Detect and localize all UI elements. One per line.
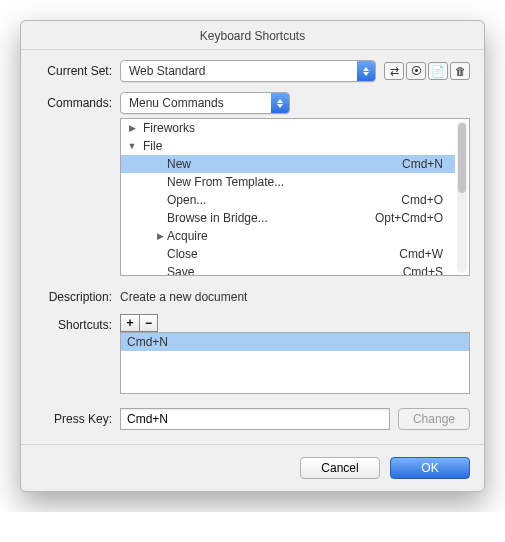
ok-button[interactable]: OK	[390, 457, 470, 479]
disclosure-right-icon[interactable]: ▶	[155, 231, 165, 241]
tree-row[interactable]: NewCmd+N	[121, 155, 455, 173]
current-set-select[interactable]: Web Standard	[120, 60, 376, 82]
cancel-button[interactable]: Cancel	[300, 457, 380, 479]
tree-row[interactable]: New From Template...	[121, 173, 455, 191]
tree-item-name: Save	[167, 265, 403, 276]
tree-item-name: New	[167, 157, 402, 171]
tree-item-shortcut: Cmd+O	[401, 193, 447, 207]
updown-icon	[357, 61, 375, 81]
tree-row[interactable]: ▶Fireworks	[121, 119, 455, 137]
tree-item-name: Acquire	[167, 229, 443, 243]
updown-icon	[271, 93, 289, 113]
shortcut-entry[interactable]: Cmd+N	[121, 333, 469, 351]
shortcuts-list[interactable]: Cmd+N	[120, 332, 470, 394]
dialog-title: Keyboard Shortcuts	[21, 21, 484, 50]
tree-item-shortcut: Cmd+N	[402, 157, 447, 171]
export-button[interactable]: 📄	[428, 62, 448, 80]
rename-set-button[interactable]: ⇄	[384, 62, 404, 80]
keyboard-shortcuts-dialog: Keyboard Shortcuts Current Set: Web Stan…	[20, 20, 485, 492]
commands-label: Commands:	[35, 92, 120, 110]
change-button[interactable]: Change	[398, 408, 470, 430]
help-icon: ⦿	[411, 65, 422, 77]
disclosure-right-icon[interactable]: ▶	[127, 123, 137, 133]
commands-select[interactable]: Menu Commands	[120, 92, 290, 114]
add-shortcut-button[interactable]: +	[121, 315, 139, 331]
tree-row[interactable]: Browse in Bridge...Opt+Cmd+O	[121, 209, 455, 227]
current-set-label: Current Set:	[35, 60, 120, 78]
rename-icon: ⇄	[390, 65, 399, 78]
tree-row[interactable]: CloseCmd+W	[121, 245, 455, 263]
tree-row[interactable]: ▶Acquire	[121, 227, 455, 245]
tree-row[interactable]: SaveCmd+S	[121, 263, 455, 276]
commands-tree[interactable]: ▶Fireworks▼FileNewCmd+NNew From Template…	[120, 118, 470, 276]
help-button[interactable]: ⦿	[406, 62, 426, 80]
export-icon: 📄	[431, 65, 445, 78]
tree-item-name: Browse in Bridge...	[167, 211, 375, 225]
tree-item-name: Close	[167, 247, 399, 261]
shortcuts-label: Shortcuts:	[35, 314, 120, 332]
description-text: Create a new document	[120, 286, 247, 304]
current-set-value: Web Standard	[129, 64, 206, 78]
scrollbar[interactable]	[457, 121, 467, 273]
tree-item-name: New From Template...	[167, 175, 443, 189]
description-label: Description:	[35, 286, 120, 304]
tree-item-shortcut: Cmd+W	[399, 247, 447, 261]
tree-item-name: File	[139, 139, 443, 153]
tree-item-shortcut: Cmd+S	[403, 265, 447, 276]
commands-value: Menu Commands	[129, 96, 224, 110]
press-key-input[interactable]	[120, 408, 390, 430]
delete-set-button[interactable]: 🗑	[450, 62, 470, 80]
tree-row[interactable]: ▼File	[121, 137, 455, 155]
tree-row[interactable]: Open...Cmd+O	[121, 191, 455, 209]
press-key-label: Press Key:	[35, 408, 120, 426]
disclosure-down-icon[interactable]: ▼	[127, 141, 137, 151]
trash-icon: 🗑	[455, 65, 466, 77]
scroll-thumb[interactable]	[458, 123, 466, 193]
remove-shortcut-button[interactable]: −	[139, 315, 157, 331]
tree-item-shortcut: Opt+Cmd+O	[375, 211, 447, 225]
tree-item-name: Fireworks	[139, 121, 443, 135]
tree-item-name: Open...	[167, 193, 401, 207]
